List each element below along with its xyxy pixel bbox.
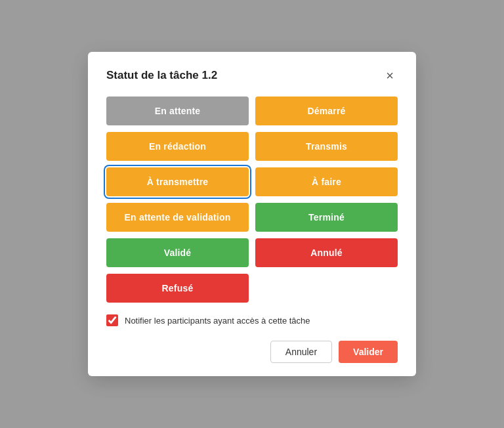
footer-actions: Annuler Valider xyxy=(106,341,398,363)
btn-en-redaction[interactable]: En rédaction xyxy=(106,132,249,161)
modal-header: Statut de la tâche 1.2 × xyxy=(106,68,398,83)
btn-en-attente-validation[interactable]: En attente de validation xyxy=(106,203,249,232)
modal-overlay: Statut de la tâche 1.2 × En attente Déma… xyxy=(0,0,504,428)
btn-annule[interactable]: Annulé xyxy=(255,238,398,267)
btn-demarre[interactable]: Démarré xyxy=(255,96,398,125)
btn-transmis[interactable]: Transmis xyxy=(255,132,398,161)
btn-a-transmettre[interactable]: À transmettre xyxy=(106,167,249,196)
close-button[interactable]: × xyxy=(382,68,398,83)
btn-termine[interactable]: Terminé xyxy=(255,203,398,232)
btn-a-faire[interactable]: À faire xyxy=(255,167,398,196)
modal-dialog: Statut de la tâche 1.2 × En attente Déma… xyxy=(88,52,416,376)
btn-en-attente[interactable]: En attente xyxy=(106,96,249,125)
status-grid: En attente Démarré En rédaction Transmis… xyxy=(106,96,398,303)
cancel-button[interactable]: Annuler xyxy=(270,341,332,363)
confirm-button[interactable]: Valider xyxy=(339,341,398,363)
modal-title: Statut de la tâche 1.2 xyxy=(106,69,217,82)
notify-checkbox[interactable] xyxy=(106,314,118,326)
btn-valide[interactable]: Validé xyxy=(106,238,249,267)
notify-row: Notifier les participants ayant accès à … xyxy=(106,314,398,326)
notify-label: Notifier les participants ayant accès à … xyxy=(125,316,310,326)
btn-refuse[interactable]: Refusé xyxy=(106,274,249,303)
